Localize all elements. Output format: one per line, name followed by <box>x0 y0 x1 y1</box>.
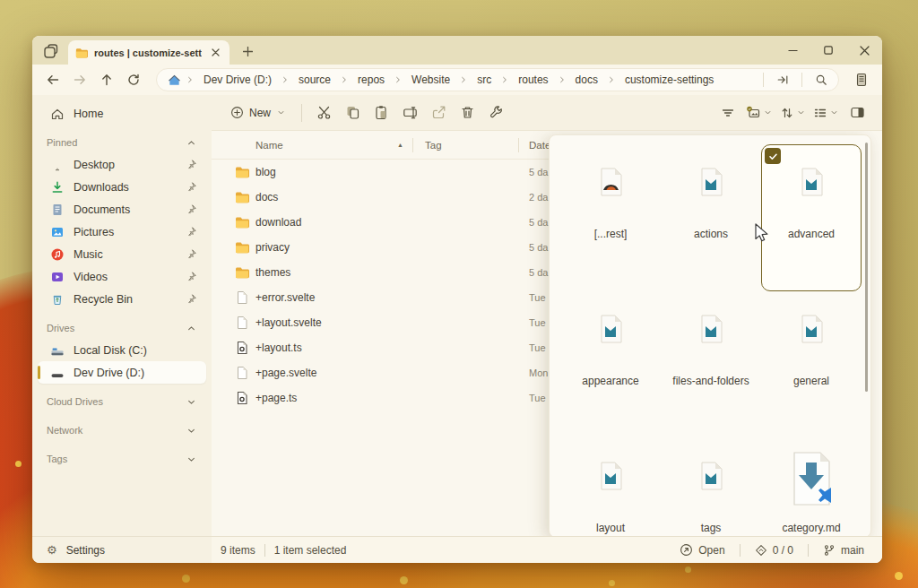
sidebar-item-local-disk-c[interactable]: Local Disk (C:) <box>38 339 206 361</box>
view-button[interactable] <box>810 100 843 125</box>
breadcrumb-segment[interactable]: docs <box>571 72 602 88</box>
close-button[interactable] <box>846 36 882 65</box>
address-bar-actions <box>758 70 833 90</box>
grid-item-general[interactable]: general <box>761 291 862 438</box>
breadcrumb-segment[interactable]: src <box>472 72 496 88</box>
paste-button[interactable] <box>368 100 394 125</box>
minimize-button[interactable] <box>775 36 810 65</box>
file-row-page-svelte[interactable]: +page.svelte Mon <box>212 360 570 385</box>
grid-item-appearance[interactable]: appearance <box>560 291 661 438</box>
sidebar-item-pictures[interactable]: Pictures <box>38 220 206 243</box>
breadcrumb-segment[interactable]: source <box>294 72 335 88</box>
cut-button[interactable] <box>310 100 337 125</box>
section-cloud-drives[interactable]: Cloud Drives <box>32 391 212 412</box>
home-icon[interactable] <box>168 74 181 87</box>
pin-icon[interactable] <box>186 159 197 170</box>
breadcrumb-bar[interactable]: Dev Drive (D:) source repos Website src … <box>156 68 839 91</box>
sort-button[interactable] <box>776 100 810 125</box>
section-network[interactable]: Network <box>32 419 212 441</box>
grid-item-rest[interactable]: [...rest] <box>560 144 661 291</box>
grid-item-layout[interactable]: layout <box>560 438 661 536</box>
music-icon <box>50 247 65 262</box>
maximize-button[interactable] <box>810 36 846 65</box>
tab-close-icon[interactable] <box>208 46 222 60</box>
breadcrumb-segment[interactable]: routes <box>514 72 552 88</box>
refresh-button[interactable] <box>120 68 147 91</box>
chevron-down-icon[interactable] <box>186 425 197 437</box>
column-divider[interactable] <box>412 138 413 152</box>
expand-address-icon[interactable] <box>771 70 794 90</box>
delete-button[interactable] <box>454 100 481 125</box>
up-button[interactable] <box>93 68 120 91</box>
forward-button[interactable] <box>66 68 93 91</box>
breadcrumb-segment[interactable]: Dev Drive (D:) <box>199 72 276 88</box>
chevron-down-icon[interactable] <box>186 396 197 408</box>
checkbox-checked-icon[interactable] <box>765 148 781 164</box>
file-name: docs <box>255 191 278 203</box>
chevron-down-icon[interactable] <box>186 454 197 465</box>
copy-button[interactable] <box>339 100 366 125</box>
sidebar-item-recycle-bin[interactable]: Recycle Bin <box>38 288 206 310</box>
breadcrumb-segment[interactable]: customize-settings <box>620 72 718 88</box>
column-header-name[interactable]: Name <box>255 140 283 151</box>
grid-item-tags[interactable]: tags <box>661 438 761 536</box>
file-row-privacy[interactable]: privacy 5 da <box>212 235 570 260</box>
section-pinned[interactable]: Pinned <box>32 132 212 153</box>
new-button[interactable]: New <box>222 101 294 124</box>
pin-icon[interactable] <box>186 203 197 215</box>
pin-icon[interactable] <box>186 181 197 193</box>
column-divider[interactable] <box>518 138 519 152</box>
sidebar-item-dev-drive-d[interactable]: Dev Drive (D:) <box>38 361 206 384</box>
search-icon[interactable] <box>810 70 833 90</box>
pin-icon[interactable] <box>186 248 197 260</box>
drive-widget-icon[interactable] <box>850 69 873 91</box>
sidebar-item-documents[interactable]: Documents <box>38 198 206 220</box>
open-button[interactable]: Open <box>674 540 730 559</box>
section-drives[interactable]: Drives <box>32 317 212 339</box>
settings-button[interactable]: ⚙ Settings <box>32 536 212 563</box>
pin-icon[interactable] <box>186 293 197 305</box>
file-row-docs[interactable]: docs 2 da <box>212 185 570 210</box>
grid-item-category-md[interactable]: category.md <box>761 438 862 536</box>
git-sync-status[interactable]: 0 / 0 <box>749 541 799 559</box>
breadcrumb-segment[interactable]: repos <box>353 72 389 88</box>
sidebar-item-desktop[interactable]: Desktop <box>38 153 206 176</box>
grid-item-advanced-selected[interactable]: advanced <box>761 144 862 291</box>
sidebar-item-videos[interactable]: Videos <box>38 265 206 288</box>
file-name: download <box>255 216 301 229</box>
file-row-error-svelte[interactable]: +error.svelte Tue <box>212 285 570 310</box>
file-row-blog[interactable]: blog 5 da <box>212 160 570 185</box>
pin-icon[interactable] <box>186 271 197 282</box>
share-button[interactable] <box>425 100 452 125</box>
file-row-themes[interactable]: themes 5 da <box>212 260 570 285</box>
git-branch-button[interactable]: main <box>818 541 870 559</box>
filter-button[interactable] <box>714 100 741 125</box>
tab-routes-customize-settings[interactable]: routes | customize-settings <box>68 40 230 65</box>
properties-button[interactable] <box>482 100 509 125</box>
chevron-up-icon[interactable] <box>186 137 197 149</box>
file-row-page-ts[interactable]: +page.ts Tue <box>212 385 570 411</box>
rename-button[interactable] <box>396 100 423 125</box>
column-header-date[interactable]: Date <box>529 140 550 151</box>
file-row-layout-ts[interactable]: +layout.ts Tue <box>212 335 570 360</box>
file-row-download[interactable]: download 5 da <box>212 210 570 235</box>
breadcrumb-segment[interactable]: Website <box>407 72 455 88</box>
group-by-button[interactable] <box>742 100 776 125</box>
scrollbar[interactable] <box>865 143 868 392</box>
new-tab-button[interactable] <box>237 40 258 62</box>
sidebar-item-home[interactable]: Home <box>38 102 206 125</box>
section-tags[interactable]: Tags <box>32 448 212 470</box>
file-row-layout-svelte[interactable]: +layout.svelte Tue <box>212 310 570 335</box>
sidebar-item-music[interactable]: Music <box>38 243 206 265</box>
divider <box>763 73 764 87</box>
section-label: Pinned <box>47 137 186 148</box>
preview-pane-button[interactable] <box>844 100 870 125</box>
back-button[interactable] <box>39 68 66 91</box>
column-header-tag[interactable]: Tag <box>425 140 442 151</box>
chevron-up-icon[interactable] <box>186 323 197 334</box>
grid-item-files-and-folders[interactable]: files-and-folders <box>661 291 761 438</box>
pin-icon[interactable] <box>186 226 197 238</box>
grid-item-actions[interactable]: actions <box>661 144 761 291</box>
sidebar-item-downloads[interactable]: Downloads <box>38 176 206 198</box>
toolbar: New <box>212 95 882 131</box>
